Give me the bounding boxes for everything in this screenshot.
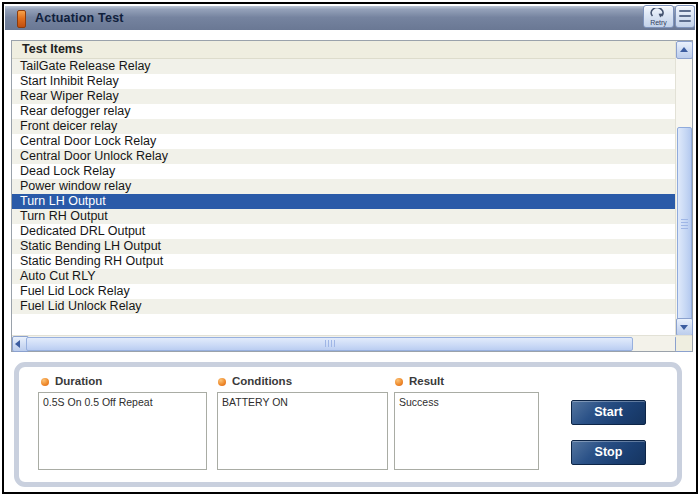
list-item[interactable]: TailGate Release Relay xyxy=(12,59,676,74)
thumb-grip xyxy=(681,219,688,229)
duration-value-box[interactable]: 0.5S On 0.5 Off Repeat xyxy=(38,392,207,470)
scrollbar-corner xyxy=(676,336,692,351)
list-item[interactable]: Fuel Lid Unlock Relay xyxy=(12,299,676,314)
list-item[interactable]: Turn RH Output xyxy=(12,209,676,224)
list-item[interactable]: Rear Wiper Relay xyxy=(12,89,676,104)
duration-label: Duration xyxy=(41,375,102,387)
thumb-grip xyxy=(325,340,335,347)
retry-button-label: Retry xyxy=(644,19,673,26)
list-item[interactable]: Dedicated DRL Output xyxy=(12,224,676,239)
list-item[interactable]: Dead Lock Relay xyxy=(12,164,676,179)
stop-button[interactable]: Stop xyxy=(571,440,646,465)
conditions-value-box[interactable]: BATTERY ON xyxy=(217,392,388,470)
list-item[interactable]: Static Bending RH Output xyxy=(12,254,676,269)
list-item[interactable]: Central Door Unlock Relay xyxy=(12,149,676,164)
vertical-scroll-thumb[interactable] xyxy=(677,127,692,320)
bullet-icon xyxy=(218,378,226,386)
list-item[interactable]: Central Door Lock Relay xyxy=(12,134,676,149)
test-items-list: Test Items TailGate Release RelayStart I… xyxy=(11,40,693,352)
scroll-up-button[interactable] xyxy=(676,41,693,59)
start-button[interactable]: Start xyxy=(571,400,646,425)
title-bar: Actuation Test xyxy=(5,6,695,30)
list-viewport: Test Items TailGate Release RelayStart I… xyxy=(12,41,676,336)
result-label: Result xyxy=(395,375,444,387)
retry-button[interactable]: Retry xyxy=(643,5,674,28)
conditions-label: Conditions xyxy=(218,375,292,387)
vertical-scrollbar[interactable] xyxy=(675,41,692,336)
actuation-test-window: Actuation Test Retry Test Items TailGate… xyxy=(2,2,698,494)
list-item[interactable]: Start Inhibit Relay xyxy=(12,74,676,89)
list-item[interactable]: Rear defogger relay xyxy=(12,104,676,119)
list-item[interactable]: Fuel Lid Lock Relay xyxy=(12,284,676,299)
horizontal-scrollbar[interactable] xyxy=(12,335,692,351)
bullet-icon xyxy=(41,378,49,386)
menu-icon xyxy=(679,10,691,12)
list-item[interactable]: Turn LH Output xyxy=(12,194,676,209)
scroll-down-button[interactable] xyxy=(676,318,693,336)
test-detail-panel: Duration 0.5S On 0.5 Off Repeat Conditio… xyxy=(14,362,682,487)
list-item[interactable]: Auto Cut RLY xyxy=(12,269,676,284)
list-item[interactable]: Static Bending LH Output xyxy=(12,239,676,254)
bullet-icon xyxy=(395,378,403,386)
chevron-down-icon xyxy=(680,325,688,330)
horizontal-scroll-thumb[interactable] xyxy=(26,337,633,351)
menu-button[interactable] xyxy=(675,5,695,28)
list-header: Test Items xyxy=(12,41,676,59)
chevron-up-icon xyxy=(680,47,688,52)
list-item[interactable]: Power window relay xyxy=(12,179,676,194)
result-value-box[interactable]: Success xyxy=(394,392,539,470)
app-icon xyxy=(17,10,26,28)
chevron-left-icon xyxy=(15,340,20,348)
list-rows: TailGate Release RelayStart Inhibit Rela… xyxy=(12,59,676,314)
retry-arrow-icon xyxy=(650,8,667,18)
window-title: Actuation Test xyxy=(35,11,124,25)
list-item[interactable]: Front deicer relay xyxy=(12,119,676,134)
